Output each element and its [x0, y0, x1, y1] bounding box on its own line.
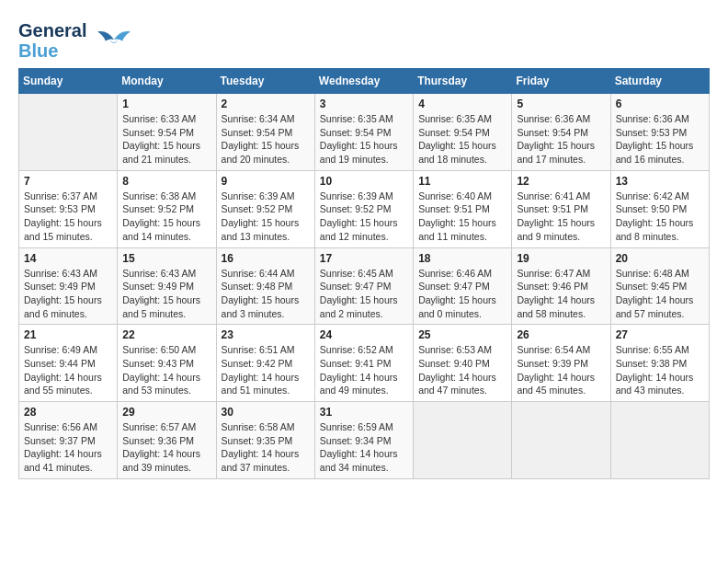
day-info: Sunrise: 6:45 AMSunset: 9:47 PMDaylight:…: [320, 267, 408, 321]
calendar-header-row: SundayMondayTuesdayWednesdayThursdayFrid…: [19, 69, 710, 94]
day-info: Sunrise: 6:35 AMSunset: 9:54 PMDaylight:…: [418, 112, 506, 167]
calendar-week-row: 7Sunrise: 6:37 AMSunset: 9:53 PMDaylight…: [19, 170, 710, 247]
header: General Blue General Blue: [18, 18, 710, 61]
calendar-cell: 16Sunrise: 6:44 AMSunset: 9:48 PMDayligh…: [216, 247, 314, 325]
day-info: Sunrise: 6:53 AMSunset: 9:40 PMDaylight:…: [418, 343, 506, 397]
day-number: 7: [24, 175, 112, 188]
day-number: 24: [320, 328, 408, 341]
calendar-week-row: 21Sunrise: 6:49 AMSunset: 9:44 PMDayligh…: [19, 325, 710, 402]
calendar-cell: 27Sunrise: 6:55 AMSunset: 9:38 PMDayligh…: [610, 325, 709, 402]
day-info: Sunrise: 6:57 AMSunset: 9:36 PMDaylight:…: [122, 420, 210, 475]
calendar-cell: 24Sunrise: 6:52 AMSunset: 9:41 PMDayligh…: [314, 325, 413, 402]
day-number: 15: [122, 252, 210, 265]
day-number: 20: [616, 252, 704, 265]
calendar-cell: [512, 402, 610, 479]
day-info: Sunrise: 6:55 AMSunset: 9:38 PMDaylight:…: [616, 343, 704, 397]
day-info: Sunrise: 6:46 AMSunset: 9:47 PMDaylight:…: [418, 267, 506, 321]
calendar-cell: [19, 94, 118, 171]
calendar-table: SundayMondayTuesdayWednesdayThursdayFrid…: [18, 68, 710, 479]
day-info: Sunrise: 6:43 AMSunset: 9:49 PMDaylight:…: [122, 267, 210, 321]
day-number: 28: [24, 406, 112, 419]
day-number: 23: [222, 328, 310, 341]
calendar-cell: 29Sunrise: 6:57 AMSunset: 9:36 PMDayligh…: [118, 402, 216, 479]
day-number: 8: [122, 175, 210, 188]
calendar-week-row: 14Sunrise: 6:43 AMSunset: 9:49 PMDayligh…: [19, 247, 710, 325]
day-info: Sunrise: 6:59 AMSunset: 9:34 PMDaylight:…: [320, 420, 408, 475]
calendar-cell: 3Sunrise: 6:35 AMSunset: 9:54 PMDaylight…: [314, 94, 413, 171]
day-info: Sunrise: 6:39 AMSunset: 9:52 PMDaylight:…: [222, 190, 310, 244]
day-number: 10: [320, 175, 408, 188]
day-info: Sunrise: 6:51 AMSunset: 9:42 PMDaylight:…: [222, 343, 310, 397]
logo-blue-text: Blue: [18, 40, 58, 61]
calendar-cell: 20Sunrise: 6:48 AMSunset: 9:45 PMDayligh…: [610, 247, 709, 325]
calendar-week-row: 1Sunrise: 6:33 AMSunset: 9:54 PMDaylight…: [19, 94, 710, 171]
day-header-monday: Monday: [118, 69, 216, 94]
day-info: Sunrise: 6:54 AMSunset: 9:39 PMDaylight:…: [517, 343, 605, 397]
day-info: Sunrise: 6:36 AMSunset: 9:54 PMDaylight:…: [517, 112, 605, 167]
logo-general-text: General: [18, 20, 86, 40]
day-header-saturday: Saturday: [610, 69, 709, 94]
day-number: 21: [24, 328, 112, 341]
day-number: 13: [616, 175, 704, 188]
calendar-cell: 26Sunrise: 6:54 AMSunset: 9:39 PMDayligh…: [512, 325, 610, 402]
calendar-cell: 31Sunrise: 6:59 AMSunset: 9:34 PMDayligh…: [314, 402, 413, 479]
day-info: Sunrise: 6:41 AMSunset: 9:51 PMDaylight:…: [517, 190, 605, 244]
calendar-cell: 2Sunrise: 6:34 AMSunset: 9:54 PMDaylight…: [216, 94, 314, 171]
calendar-cell: 5Sunrise: 6:36 AMSunset: 9:54 PMDaylight…: [512, 94, 610, 171]
calendar-cell: 4Sunrise: 6:35 AMSunset: 9:54 PMDaylight…: [414, 94, 512, 171]
day-info: Sunrise: 6:44 AMSunset: 9:48 PMDaylight:…: [222, 267, 310, 321]
calendar-cell: 12Sunrise: 6:41 AMSunset: 9:51 PMDayligh…: [512, 170, 610, 247]
calendar-cell: 9Sunrise: 6:39 AMSunset: 9:52 PMDaylight…: [216, 170, 314, 247]
calendar-cell: 6Sunrise: 6:36 AMSunset: 9:53 PMDaylight…: [610, 94, 709, 171]
calendar-cell: 22Sunrise: 6:50 AMSunset: 9:43 PMDayligh…: [118, 325, 216, 402]
calendar-cell: 8Sunrise: 6:38 AMSunset: 9:52 PMDaylight…: [118, 170, 216, 247]
calendar-cell: 10Sunrise: 6:39 AMSunset: 9:52 PMDayligh…: [314, 170, 413, 247]
calendar-cell: 30Sunrise: 6:58 AMSunset: 9:35 PMDayligh…: [216, 402, 314, 479]
day-number: 26: [517, 328, 605, 341]
calendar-cell: 14Sunrise: 6:43 AMSunset: 9:49 PMDayligh…: [19, 247, 118, 325]
calendar-cell: [414, 402, 512, 479]
calendar-cell: 25Sunrise: 6:53 AMSunset: 9:40 PMDayligh…: [414, 325, 512, 402]
day-number: 25: [418, 328, 506, 341]
day-number: 27: [616, 328, 704, 341]
day-info: Sunrise: 6:47 AMSunset: 9:46 PMDaylight:…: [517, 267, 605, 321]
day-number: 16: [222, 252, 310, 265]
page-container: General Blue General Blue: [18, 18, 710, 479]
day-info: Sunrise: 6:48 AMSunset: 9:45 PMDaylight:…: [616, 267, 704, 321]
day-number: 14: [24, 252, 112, 265]
day-info: Sunrise: 6:36 AMSunset: 9:53 PMDaylight:…: [616, 112, 704, 167]
day-number: 31: [320, 406, 408, 419]
day-info: Sunrise: 6:34 AMSunset: 9:54 PMDaylight:…: [222, 112, 310, 167]
day-info: Sunrise: 6:33 AMSunset: 9:54 PMDaylight:…: [122, 112, 210, 167]
calendar-cell: 1Sunrise: 6:33 AMSunset: 9:54 PMDaylight…: [118, 94, 216, 171]
day-number: 6: [616, 98, 704, 110]
day-number: 11: [418, 175, 506, 188]
day-info: Sunrise: 6:56 AMSunset: 9:37 PMDaylight:…: [24, 420, 112, 475]
day-number: 29: [122, 406, 210, 419]
day-number: 19: [517, 252, 605, 265]
calendar-cell: 7Sunrise: 6:37 AMSunset: 9:53 PMDaylight…: [19, 170, 118, 247]
day-info: Sunrise: 6:58 AMSunset: 9:35 PMDaylight:…: [222, 420, 310, 475]
calendar-cell: 17Sunrise: 6:45 AMSunset: 9:47 PMDayligh…: [314, 247, 413, 325]
calendar-cell: 18Sunrise: 6:46 AMSunset: 9:47 PMDayligh…: [414, 247, 512, 325]
day-info: Sunrise: 6:42 AMSunset: 9:50 PMDaylight:…: [616, 190, 704, 244]
day-number: 22: [122, 328, 210, 341]
day-number: 2: [222, 98, 310, 110]
day-number: 1: [122, 98, 210, 110]
day-header-wednesday: Wednesday: [314, 69, 413, 94]
day-number: 18: [418, 252, 506, 265]
calendar-cell: 11Sunrise: 6:40 AMSunset: 9:51 PMDayligh…: [414, 170, 512, 247]
calendar-cell: 13Sunrise: 6:42 AMSunset: 9:50 PMDayligh…: [610, 170, 709, 247]
day-number: 30: [222, 406, 310, 419]
day-info: Sunrise: 6:50 AMSunset: 9:43 PMDaylight:…: [122, 343, 210, 397]
day-number: 4: [418, 98, 506, 110]
day-header-tuesday: Tuesday: [216, 69, 314, 94]
day-header-thursday: Thursday: [414, 69, 512, 94]
calendar-cell: 19Sunrise: 6:47 AMSunset: 9:46 PMDayligh…: [512, 247, 610, 325]
calendar-week-row: 28Sunrise: 6:56 AMSunset: 9:37 PMDayligh…: [19, 402, 710, 479]
day-info: Sunrise: 6:38 AMSunset: 9:52 PMDaylight:…: [122, 190, 210, 244]
calendar-cell: 23Sunrise: 6:51 AMSunset: 9:42 PMDayligh…: [216, 325, 314, 402]
calendar-cell: [610, 402, 709, 479]
day-header-sunday: Sunday: [19, 69, 118, 94]
day-info: Sunrise: 6:37 AMSunset: 9:53 PMDaylight:…: [24, 190, 112, 244]
